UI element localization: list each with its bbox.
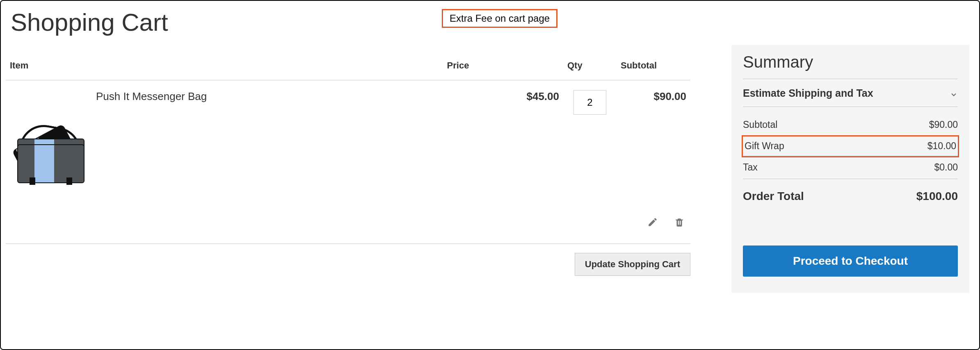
cart-page: Shopping Cart Extra Fee on cart page Ite…: [0, 0, 980, 350]
estimate-label: Estimate Shipping and Tax: [743, 87, 873, 99]
update-cart-button[interactable]: Update Shopping Cart: [575, 253, 690, 276]
extra-fee-value: $10.00: [927, 141, 956, 152]
callout-extra-fee: Extra Fee on cart page: [442, 9, 557, 28]
item-price: $45.00: [443, 80, 563, 206]
extra-fee-row: Gift Wrap $10.00: [743, 136, 958, 156]
summary-title: Summary: [743, 53, 958, 79]
trash-icon: [674, 217, 685, 229]
subtotal-row: Subtotal $90.00: [743, 114, 958, 136]
col-price: Price: [443, 45, 563, 80]
delete-item-button[interactable]: [672, 216, 686, 230]
col-qty: Qty: [563, 45, 617, 80]
cart-items: Item Price Qty Subtotal: [6, 45, 690, 276]
order-total-label: Order Total: [743, 190, 804, 203]
tax-value: $0.00: [934, 162, 958, 173]
item-subtotal: $90.00: [617, 80, 690, 206]
estimate-shipping-toggle[interactable]: Estimate Shipping and Tax: [743, 79, 958, 107]
subtotal-label: Subtotal: [743, 119, 777, 130]
order-total-value: $100.00: [916, 190, 958, 203]
chevron-down-icon: [950, 89, 958, 98]
product-name[interactable]: Push It Messenger Bag: [92, 80, 443, 206]
tax-row: Tax $0.00: [743, 156, 958, 179]
product-image[interactable]: [10, 115, 88, 193]
tax-label: Tax: [743, 162, 758, 173]
pencil-icon: [647, 217, 658, 229]
proceed-to-checkout-button[interactable]: Proceed to Checkout: [743, 245, 958, 277]
table-row: Push It Messenger Bag $45.00 $90.00: [6, 80, 690, 206]
subtotal-value: $90.00: [929, 119, 958, 130]
col-subtotal: Subtotal: [617, 45, 690, 80]
col-item: Item: [6, 45, 443, 80]
extra-fee-label: Gift Wrap: [745, 141, 784, 152]
summary-panel: Summary Estimate Shipping and Tax Subtot…: [731, 45, 969, 293]
order-total-row: Order Total $100.00: [743, 179, 958, 209]
qty-input[interactable]: [573, 90, 606, 115]
edit-item-button[interactable]: [646, 216, 660, 230]
